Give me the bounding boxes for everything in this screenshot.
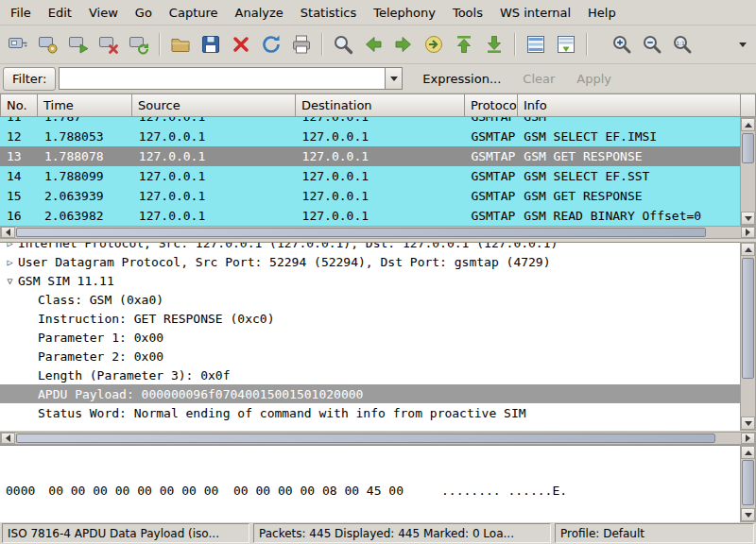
column-header-protocol[interactable]: Protocol bbox=[465, 94, 518, 117]
menu-edit[interactable]: Edit bbox=[40, 0, 80, 25]
packet-row-14[interactable]: 14 1.788099 127.0.0.1 127.0.0.1 GSMTAP G… bbox=[0, 166, 740, 186]
clear-button[interactable]: Clear bbox=[513, 67, 564, 91]
toolbar-overflow-button[interactable] bbox=[733, 29, 752, 60]
scroll-thumb[interactable] bbox=[16, 228, 706, 237]
detail-line-udp[interactable]: ▷ User Datagram Protocol, Src Port: 5229… bbox=[0, 252, 740, 271]
cell-protocol: GSMTAP bbox=[464, 146, 517, 166]
column-header-info[interactable]: Info bbox=[518, 94, 741, 117]
toolbar-button-save[interactable] bbox=[197, 29, 225, 60]
hex-row-0000[interactable]: 000000 00 00 00 00 00 00 00 00 00 00 00 … bbox=[6, 483, 740, 499]
cell-time: 1.788099 bbox=[38, 166, 132, 186]
packet-row-12[interactable]: 12 1.788053 127.0.0.1 127.0.0.1 GSMTAP G… bbox=[0, 127, 740, 146]
toolbar-button-zoom-100[interactable]: 1:1 bbox=[668, 29, 696, 60]
print-icon bbox=[290, 33, 313, 56]
detail-field-status-word[interactable]: Status Word: Normal ending of command wi… bbox=[0, 403, 740, 422]
scroll-left-button[interactable] bbox=[1, 433, 15, 444]
toolbar-button-back[interactable] bbox=[359, 29, 387, 60]
toolbar-button-find[interactable] bbox=[329, 29, 357, 60]
menu-file[interactable]: File bbox=[2, 0, 40, 25]
apply-button[interactable]: Apply bbox=[567, 67, 621, 91]
menu-tools[interactable]: Tools bbox=[444, 0, 491, 25]
detail-field-parameter-1[interactable]: Parameter 1: 0x00 bbox=[0, 328, 740, 347]
details-hscrollbar[interactable] bbox=[0, 432, 756, 445]
column-header-time[interactable]: Time bbox=[38, 94, 132, 117]
scroll-up-button[interactable] bbox=[741, 118, 755, 131]
menu-help[interactable]: Help bbox=[579, 0, 625, 25]
scroll-up-button[interactable] bbox=[741, 243, 755, 256]
scroll-down-button[interactable] bbox=[741, 416, 755, 430]
detail-field-apdu-payload-selected[interactable]: APDU Payload: 000000096f0704001500150102… bbox=[0, 384, 740, 403]
detail-field-length[interactable]: Length (Parameter 3): 0x0f bbox=[0, 366, 740, 384]
toolbar-button-capture-start[interactable] bbox=[64, 29, 93, 60]
column-header-destination[interactable]: Destination bbox=[296, 94, 465, 117]
scroll-down-button[interactable] bbox=[741, 212, 755, 225]
expander-icon[interactable]: ▷ bbox=[0, 242, 16, 248]
packet-row-13-selected[interactable]: 13 1.788078 127.0.0.1 127.0.0.1 GSMTAP G… bbox=[0, 146, 740, 166]
menu-analyze[interactable]: Analyze bbox=[227, 0, 292, 25]
menu-view[interactable]: View bbox=[80, 0, 127, 25]
detail-field-parameter-2[interactable]: Parameter 2: 0x00 bbox=[0, 347, 740, 366]
menu-telephony[interactable]: Telephony bbox=[365, 0, 444, 25]
scroll-up-button[interactable] bbox=[741, 446, 755, 459]
toolbar-button-capture-options[interactable] bbox=[34, 29, 62, 60]
toolbar-button-open[interactable] bbox=[166, 29, 195, 60]
toolbar-button-capture-restart[interactable] bbox=[125, 29, 153, 60]
menu-ws-internal[interactable]: WS internal bbox=[491, 0, 579, 25]
scroll-thumb[interactable] bbox=[742, 258, 754, 379]
status-profile[interactable]: Profile: Default bbox=[555, 523, 754, 543]
cell-destination: 127.0.0.1 bbox=[296, 166, 465, 186]
expression-button[interactable]: Expression... bbox=[413, 67, 510, 91]
filter-input[interactable] bbox=[59, 67, 385, 90]
column-header-no[interactable]: No. bbox=[0, 94, 38, 117]
column-header-source[interactable]: Source bbox=[132, 94, 296, 117]
toolbar-button-goto[interactable] bbox=[420, 29, 448, 60]
filter-dropdown-button[interactable] bbox=[385, 67, 403, 90]
toolbar-button-autoscroll[interactable] bbox=[552, 29, 580, 60]
toolbar-button-interfaces[interactable] bbox=[4, 29, 32, 60]
scroll-right-button[interactable] bbox=[741, 227, 755, 238]
toolbar-button-print[interactable] bbox=[287, 29, 316, 60]
detail-line-gsm-sim[interactable]: ▽ GSM SIM 11.11 bbox=[0, 271, 740, 290]
packet-row-11[interactable]: 11 1.787 127.0.0.1 127.0.0.1 GSMTAP GSM bbox=[0, 117, 740, 127]
details-vscrollbar[interactable] bbox=[740, 242, 756, 431]
expander-icon[interactable]: ▷ bbox=[0, 257, 16, 267]
toolbar-button-capture-stop[interactable] bbox=[94, 29, 123, 60]
arrow-right-icon bbox=[746, 434, 750, 442]
detail-line-ip[interactable]: ▷ Internet Protocol, Src: 127.0.0.1 (127… bbox=[0, 242, 740, 252]
toolbar-button-colorize[interactable] bbox=[522, 29, 550, 60]
bytes-vscrollbar[interactable] bbox=[740, 445, 756, 522]
packet-list-vscrollbar[interactable] bbox=[740, 117, 756, 226]
toolbar-button-zoom-out[interactable] bbox=[638, 29, 666, 60]
toolbar-button-bottom[interactable] bbox=[480, 29, 508, 60]
toolbar-button-top[interactable] bbox=[450, 29, 478, 60]
cell-protocol: GSMTAP bbox=[464, 166, 517, 186]
scroll-right-button[interactable] bbox=[741, 433, 755, 444]
toolbar-button-zoom-in[interactable] bbox=[608, 29, 636, 60]
filter-button[interactable]: Filter: bbox=[3, 67, 56, 91]
toolbar-button-close[interactable] bbox=[227, 29, 255, 60]
cell-no: 14 bbox=[0, 166, 38, 186]
toolbar-button-reload[interactable] bbox=[257, 29, 285, 60]
cell-info: GSM GET RESPONSE bbox=[517, 186, 740, 206]
scroll-thumb[interactable] bbox=[16, 434, 715, 443]
detail-field-class[interactable]: Class: GSM (0xa0) bbox=[0, 290, 740, 309]
scroll-thumb[interactable] bbox=[742, 133, 754, 163]
cell-no: 12 bbox=[0, 127, 38, 146]
packet-row-15[interactable]: 15 2.063939 127.0.0.1 127.0.0.1 GSMTAP G… bbox=[0, 186, 740, 206]
auto-scroll-icon bbox=[555, 33, 577, 56]
menu-capture[interactable]: Capture bbox=[161, 0, 227, 25]
scroll-down-button[interactable] bbox=[741, 508, 755, 521]
packet-list-hscrollbar[interactable] bbox=[0, 226, 756, 239]
packet-row-16[interactable]: 16 2.063982 127.0.0.1 127.0.0.1 GSMTAP G… bbox=[0, 206, 740, 226]
cell-source: 127.0.0.1 bbox=[132, 117, 296, 127]
scroll-thumb[interactable] bbox=[742, 460, 754, 505]
cell-time: 1.788078 bbox=[38, 146, 132, 166]
detail-text: Length (Parameter 3): 0x0f bbox=[38, 368, 231, 382]
detail-field-instruction[interactable]: Instruction: GET RESPONSE (0xc0) bbox=[0, 309, 740, 328]
menu-go[interactable]: Go bbox=[127, 0, 161, 25]
menu-statistics[interactable]: Statistics bbox=[292, 0, 365, 25]
toolbar-button-forward[interactable] bbox=[389, 29, 418, 60]
cell-source: 127.0.0.1 bbox=[132, 166, 296, 186]
expander-icon[interactable]: ▽ bbox=[0, 276, 16, 286]
scroll-left-button[interactable] bbox=[1, 227, 15, 238]
